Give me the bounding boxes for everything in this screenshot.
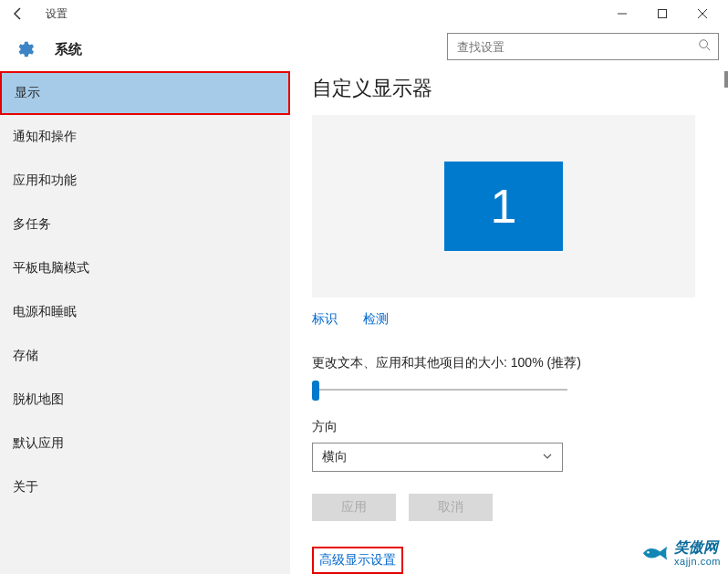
orientation-value: 横向 (322, 449, 348, 465)
sidebar-item-apps[interactable]: 应用和功能 (0, 159, 290, 203)
sidebar-item-label: 应用和功能 (13, 172, 77, 189)
slider-track (312, 389, 567, 391)
sidebar-item-label: 关于 (13, 479, 38, 496)
scale-slider[interactable] (312, 381, 567, 399)
scale-label: 更改文本、应用和其他项目的大小: 100% (推荐) (312, 355, 710, 371)
gear-icon (15, 39, 35, 59)
monitor-number: 1 (491, 179, 517, 234)
sidebar-item-about[interactable]: 关于 (0, 465, 290, 509)
sidebar-item-label: 多任务 (13, 216, 51, 233)
window-title: 设置 (46, 6, 68, 22)
sidebar-item-offline-maps[interactable]: 脱机地图 (0, 378, 290, 422)
minimize-button[interactable] (602, 1, 642, 26)
watermark-text: 笑傲网 (674, 539, 721, 556)
sidebar-item-label: 电源和睡眠 (13, 304, 77, 320)
svg-rect-1 (659, 10, 667, 18)
sidebar-item-label: 存储 (13, 348, 38, 364)
search-box[interactable] (447, 33, 719, 60)
sidebar-item-storage[interactable]: 存储 (0, 334, 290, 378)
display-preview[interactable]: 1 (312, 115, 695, 297)
sidebar-item-label: 默认应用 (13, 435, 64, 452)
back-button[interactable] (5, 1, 31, 26)
search-icon (698, 38, 711, 55)
search-input[interactable] (457, 40, 698, 54)
fish-icon (641, 543, 669, 563)
scroll-thumb[interactable] (724, 71, 728, 88)
sidebar-item-label: 显示 (15, 85, 40, 101)
cancel-button[interactable]: 取消 (409, 494, 493, 521)
slider-thumb[interactable] (312, 381, 319, 401)
orientation-select[interactable]: 横向 (312, 443, 563, 472)
sidebar-item-power[interactable]: 电源和睡眠 (0, 290, 290, 334)
sidebar-item-label: 通知和操作 (13, 129, 77, 145)
header-title: 系统 (55, 41, 82, 58)
identify-link[interactable]: 标识 (312, 311, 338, 326)
monitor-1[interactable]: 1 (444, 162, 563, 251)
page-title: 自定义显示器 (312, 75, 710, 102)
sidebar: 显示 通知和操作 应用和功能 多任务 平板电脑模式 电源和睡眠 存储 脱机地图 … (0, 71, 290, 574)
svg-point-4 (700, 40, 708, 48)
watermark-url: xajjn.com (674, 556, 721, 567)
main-panel: 自定义显示器 1 标识 检测 更改文本、应用和其他项目的大小: 100% (推荐… (290, 71, 728, 574)
svg-point-6 (647, 551, 649, 553)
sidebar-item-default-apps[interactable]: 默认应用 (0, 422, 290, 465)
chevron-down-icon (542, 450, 553, 464)
watermark: 笑傲网 xajjn.com (641, 539, 721, 567)
sidebar-item-notifications[interactable]: 通知和操作 (0, 115, 290, 159)
sidebar-item-label: 脱机地图 (13, 391, 64, 408)
sidebar-item-multitasking[interactable]: 多任务 (0, 203, 290, 246)
maximize-button[interactable] (642, 1, 682, 26)
sidebar-item-display[interactable]: 显示 (0, 71, 290, 115)
svg-line-5 (707, 47, 711, 51)
sidebar-item-tablet[interactable]: 平板电脑模式 (0, 246, 290, 290)
orientation-label: 方向 (312, 419, 710, 435)
advanced-display-settings-link[interactable]: 高级显示设置 (312, 547, 403, 574)
detect-link[interactable]: 检测 (363, 311, 389, 326)
close-button[interactable] (682, 1, 723, 26)
apply-button[interactable]: 应用 (312, 494, 396, 521)
scrollbar[interactable] (715, 71, 728, 574)
sidebar-item-label: 平板电脑模式 (13, 260, 89, 277)
